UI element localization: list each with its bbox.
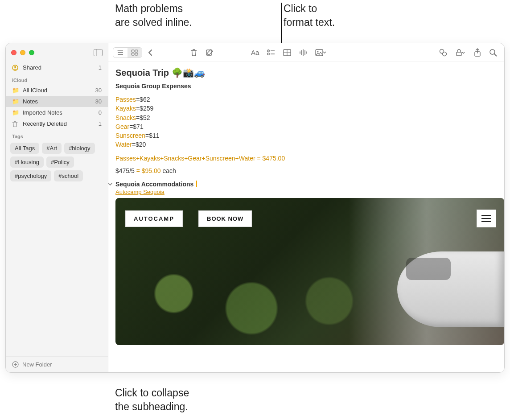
svg-rect-0 (94, 49, 103, 56)
sidebar-item-count: 30 (95, 87, 102, 94)
new-folder-label: New Folder (22, 361, 52, 368)
sidebar-item-label: Shared (23, 64, 41, 71)
accommodation-link[interactable]: Autocamp Sequoia (115, 189, 165, 195)
tag-all[interactable]: All Tags (10, 143, 39, 154)
note-subtitle: Sequoia Group Expenses (115, 82, 497, 90)
sidebar: Shared 1 iCloud 📁 All iCloud 30 📁 Notes … (6, 43, 108, 372)
minimize-window-button[interactable] (20, 50, 25, 55)
expense-sum: Passes+Kayaks+Snacks+Gear+Sunscreen+Wate… (115, 155, 497, 162)
plus-circle-icon (12, 361, 19, 368)
callout-line-format (281, 3, 282, 46)
sidebar-item-count: 1 (99, 120, 102, 127)
sidebar-item-label: All iCloud (23, 87, 47, 94)
audio-button[interactable] (296, 47, 310, 58)
tags-list: All Tags #Art #biology #Housing #Policy … (6, 141, 108, 186)
folder-icon: 📁 (12, 87, 19, 94)
expense-row: Water=$20 (115, 140, 497, 149)
tag-psychology[interactable]: #psychology (10, 170, 51, 181)
lock-menu-button[interactable] (452, 47, 469, 58)
sidebar-item-all-icloud[interactable]: 📁 All iCloud 30 (6, 85, 108, 96)
callout-math: Math problems are solved inline. (115, 2, 192, 29)
photo-trailer-shape (397, 251, 504, 327)
sidebar-item-shared[interactable]: Shared 1 (6, 62, 108, 73)
callout-format: Click to format text. (284, 2, 335, 29)
media-menu-button[interactable] (313, 47, 329, 58)
note-editor[interactable]: Sequoia Trip 🌳📸🚙 Sequoia Group Expenses … (108, 62, 504, 372)
svg-rect-11 (132, 50, 134, 52)
svg-rect-12 (135, 50, 138, 52)
sidebar-item-notes[interactable]: 📁 Notes 30 (6, 96, 108, 107)
link-button[interactable] (436, 47, 450, 58)
toggle-sidebar-button[interactable] (94, 49, 103, 56)
expense-list: Passes=$62 Kayaks=$259 Snacks=$52 Gear=$… (115, 95, 497, 149)
table-button[interactable] (280, 47, 294, 58)
svg-point-3 (14, 66, 16, 68)
checklist-button[interactable] (264, 47, 278, 58)
note-title: Sequoia Trip 🌳📸🚙 (115, 67, 497, 78)
svg-point-10 (117, 50, 118, 51)
app-window: Shared 1 iCloud 📁 All iCloud 30 📁 Notes … (5, 43, 505, 373)
subheading-row: Sequoia Accommodations (108, 181, 497, 188)
window-controls (11, 50, 34, 55)
gallery-view-button[interactable] (128, 48, 142, 58)
new-folder-button[interactable]: New Folder (6, 356, 108, 372)
svg-point-26 (443, 52, 447, 56)
delete-note-button[interactable] (188, 47, 200, 58)
svg-rect-23 (316, 49, 323, 56)
svg-rect-14 (135, 53, 138, 55)
photo-menu-icon[interactable] (477, 210, 496, 227)
titlebar (6, 43, 108, 62)
svg-rect-27 (457, 52, 461, 56)
subheading-text: Sequoia Accommodations (115, 181, 193, 188)
folder-icon: 📁 (12, 109, 19, 116)
format-text-button[interactable]: Aa (248, 47, 262, 58)
text-cursor (196, 181, 197, 187)
attached-photo[interactable]: AUTOCAMP BOOK NOW (115, 198, 504, 345)
expense-row: Sunscreen=$11 (115, 131, 497, 140)
svg-line-30 (494, 54, 497, 56)
callout-collapse: Click to collapse the subheading. (115, 386, 189, 414)
photo-book-now-button[interactable]: BOOK NOW (198, 210, 252, 227)
tag-school[interactable]: #school (54, 170, 83, 181)
toolbar: Aa (108, 43, 504, 62)
expense-per-person: $475/5 = $95.00 each (115, 167, 497, 174)
tag-policy[interactable]: #Policy (46, 156, 74, 168)
svg-point-18 (267, 53, 270, 55)
main-pane: Aa (108, 43, 504, 372)
view-mode-segment[interactable] (113, 47, 142, 58)
sidebar-section-tags: Tags (6, 129, 108, 141)
svg-point-29 (490, 49, 495, 54)
svg-point-24 (317, 51, 319, 52)
sidebar-item-count: 0 (99, 109, 102, 116)
folder-icon: 📁 (12, 98, 19, 105)
sidebar-item-label: Notes (23, 98, 38, 105)
shared-icon (12, 65, 19, 71)
sidebar-item-imported[interactable]: 📁 Imported Notes 0 (6, 107, 108, 118)
sidebar-item-label: Recently Deleted (23, 120, 67, 127)
share-button[interactable] (471, 46, 484, 59)
tag-housing[interactable]: #Housing (10, 156, 44, 168)
tag-biology[interactable]: #biology (64, 143, 95, 154)
photo-brand-badge: AUTOCAMP (125, 210, 183, 227)
fullscreen-window-button[interactable] (29, 50, 34, 55)
sidebar-item-count: 1 (99, 64, 102, 71)
sidebar-item-label: Imported Notes (23, 109, 62, 116)
back-button[interactable] (145, 47, 156, 58)
collapse-subheading-button[interactable] (108, 181, 114, 187)
expense-row: Kayaks=$259 (115, 104, 497, 113)
expense-row: Passes=$62 (115, 95, 497, 104)
trash-icon (12, 121, 19, 127)
sidebar-section-icloud: iCloud (6, 73, 108, 85)
expense-row: Gear=$71 (115, 122, 497, 131)
tag-art[interactable]: #Art (42, 143, 62, 154)
sidebar-item-recently-deleted[interactable]: Recently Deleted 1 (6, 118, 108, 129)
expense-row: Snacks=$52 (115, 113, 497, 122)
sidebar-item-count: 30 (95, 98, 102, 105)
close-window-button[interactable] (11, 50, 16, 55)
search-button[interactable] (486, 47, 500, 58)
list-view-button[interactable] (113, 48, 128, 58)
svg-rect-13 (132, 53, 134, 55)
compose-note-button[interactable] (203, 47, 216, 58)
